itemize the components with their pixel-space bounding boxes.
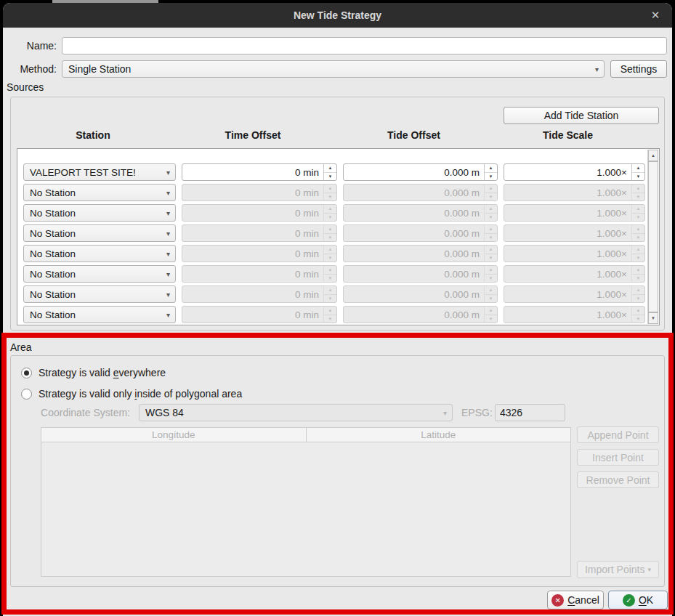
spin-up-icon: ▲ xyxy=(324,246,336,254)
spinner-buttons[interactable]: ▲▼ xyxy=(631,286,644,302)
tide-scale-spinner[interactable]: 1.000× ▲▼ xyxy=(504,204,645,222)
import-points-label: Import Points xyxy=(585,564,644,575)
spinner-buttons[interactable]: ▲▼ xyxy=(323,307,336,323)
time-offset-spinner[interactable]: 0 min ▲▼ xyxy=(182,245,337,262)
spin-up-icon: ▲ xyxy=(324,164,336,173)
radio-polygon-label: Strategy is valid only inside of polygon… xyxy=(39,388,242,400)
spin-up-icon: ▲ xyxy=(324,185,336,193)
spinner-buttons[interactable]: ▲▼ xyxy=(484,205,497,221)
spinner-buttons[interactable]: ▲▼ xyxy=(484,164,497,180)
tide-offset-spinner[interactable]: 0.000 m ▲▼ xyxy=(343,204,498,222)
spinner-buttons[interactable]: ▲▼ xyxy=(631,246,644,262)
method-select[interactable]: Single Station ▾ xyxy=(62,60,605,78)
tide-scale-value: 1.000× xyxy=(597,309,627,320)
name-input[interactable] xyxy=(62,37,667,54)
tide-scale-spinner[interactable]: 1.000× ▲▼ xyxy=(504,184,645,201)
time-offset-value: 0 min xyxy=(295,187,319,198)
spinner-buttons[interactable]: ▲▼ xyxy=(323,286,336,302)
sources-groupbox: Add Tide Station Station Time Offset Tid… xyxy=(10,97,665,331)
spinner-buttons[interactable]: ▲▼ xyxy=(484,225,497,241)
sources-column-headers: Station Time Offset Tide Offset Tide Sca… xyxy=(11,129,664,141)
scrollbar-thumb[interactable] xyxy=(648,161,658,312)
station-select[interactable]: No Station ▾ xyxy=(23,204,176,222)
spinner-buttons[interactable]: ▲▼ xyxy=(484,246,497,262)
tide-scale-spinner[interactable]: 1.000× ▲▼ xyxy=(504,245,645,262)
spinner-buttons[interactable]: ▲▼ xyxy=(484,266,497,282)
station-value: No Station xyxy=(30,248,76,259)
radio-valid-everywhere[interactable]: Strategy is valid everywhere xyxy=(21,366,166,379)
station-select[interactable]: No Station ▾ xyxy=(23,184,176,201)
spinner-buttons[interactable]: ▲▼ xyxy=(323,164,336,180)
tide-offset-spinner[interactable]: 0.000 m ▲▼ xyxy=(343,184,498,201)
ok-icon: ✓ xyxy=(623,594,635,607)
station-select[interactable]: No Station ▾ xyxy=(23,224,176,242)
radio-button-icon[interactable] xyxy=(21,368,32,378)
spinner-buttons[interactable]: ▲▼ xyxy=(631,307,644,323)
tide-scale-value: 1.000× xyxy=(597,167,627,178)
coordinate-system-label: Coordinate System: xyxy=(25,404,130,421)
spinner-buttons[interactable]: ▲▼ xyxy=(323,185,336,200)
chevron-down-icon: ▾ xyxy=(595,61,599,77)
spinner-buttons[interactable]: ▲▼ xyxy=(323,246,336,262)
time-offset-value: 0 min xyxy=(295,208,319,219)
method-value: Single Station xyxy=(68,63,131,75)
spinner-buttons[interactable]: ▲▼ xyxy=(631,185,644,200)
tide-scale-spinner[interactable]: 1.000× ▲▼ xyxy=(504,265,645,283)
spin-down-icon: ▼ xyxy=(632,315,644,323)
spinner-buttons[interactable]: ▲▼ xyxy=(631,225,644,241)
radio-button-icon[interactable] xyxy=(21,389,32,400)
import-points-button: Import Points ▾ xyxy=(577,561,659,578)
station-select[interactable]: No Station ▾ xyxy=(23,285,176,303)
tide-scale-value: 1.000× xyxy=(597,228,627,239)
close-icon[interactable]: ✕ xyxy=(646,3,665,28)
tide-offset-spinner[interactable]: 0.000 m ▲▼ xyxy=(343,265,498,283)
tide-offset-value: 0.000 m xyxy=(444,269,480,280)
chevron-down-icon: ▾ xyxy=(443,405,447,421)
tide-offset-value: 0.000 m xyxy=(444,187,480,198)
station-select[interactable]: No Station ▾ xyxy=(23,306,176,323)
titlebar[interactable]: New Tide Strategy ✕ xyxy=(3,3,672,28)
station-value: No Station xyxy=(30,309,76,320)
tide-offset-spinner[interactable]: 0.000 m ▲▼ xyxy=(343,224,498,242)
tide-offset-spinner[interactable]: 0.000 m ▲▼ xyxy=(343,245,498,262)
station-select[interactable]: VALEPORT TEST SITE! ▾ xyxy=(23,163,176,181)
scroll-up-icon[interactable]: ▲ xyxy=(648,150,658,161)
time-offset-spinner[interactable]: 0 min ▲▼ xyxy=(182,204,337,222)
settings-button[interactable]: Settings xyxy=(610,60,667,78)
spinner-buttons[interactable]: ▲▼ xyxy=(631,266,644,282)
spinner-buttons[interactable]: ▲▼ xyxy=(484,286,497,302)
time-offset-spinner[interactable]: 0 min ▲▼ xyxy=(182,306,337,323)
time-offset-spinner[interactable]: 0 min ▲▼ xyxy=(182,285,337,303)
spinner-buttons[interactable]: ▲▼ xyxy=(631,205,644,221)
tide-offset-spinner[interactable]: 0.000 m ▲▼ xyxy=(343,306,498,323)
tide-scale-spinner[interactable]: 1.000× ▲▼ xyxy=(504,285,645,303)
time-offset-spinner[interactable]: 0 min ▲▼ xyxy=(182,224,337,242)
scroll-down-icon[interactable]: ▼ xyxy=(648,312,658,324)
time-offset-spinner[interactable]: 0 min ▲▼ xyxy=(182,184,337,201)
spinner-buttons[interactable]: ▲▼ xyxy=(484,307,497,323)
time-offset-spinner[interactable]: 0 min ▲▼ xyxy=(182,163,337,181)
spinner-buttons[interactable]: ▲▼ xyxy=(631,164,644,180)
tide-offset-spinner[interactable]: 0.000 m ▲▼ xyxy=(343,163,498,181)
spin-down-icon: ▼ xyxy=(632,275,644,283)
tide-scale-spinner[interactable]: 1.000× ▲▼ xyxy=(504,224,645,242)
spin-down-icon: ▼ xyxy=(632,173,644,181)
tide-scale-spinner[interactable]: 1.000× ▲▼ xyxy=(504,163,645,181)
ok-button[interactable]: ✓ OK xyxy=(608,591,668,609)
add-tide-station-button[interactable]: Add Tide Station xyxy=(504,107,659,124)
spinner-buttons[interactable]: ▲▼ xyxy=(323,225,336,241)
station-select[interactable]: No Station ▾ xyxy=(23,245,176,262)
time-offset-spinner[interactable]: 0 min ▲▼ xyxy=(182,265,337,283)
cancel-button[interactable]: ✕ Cancel xyxy=(547,591,604,609)
spin-down-icon: ▼ xyxy=(324,214,336,222)
insert-point-button: Insert Point xyxy=(577,449,659,466)
spinner-buttons[interactable]: ▲▼ xyxy=(323,205,336,221)
tide-offset-spinner[interactable]: 0.000 m ▲▼ xyxy=(343,285,498,303)
tide-scale-spinner[interactable]: 1.000× ▲▼ xyxy=(504,306,645,323)
spinner-buttons[interactable]: ▲▼ xyxy=(484,185,497,200)
radio-valid-polygon[interactable]: Strategy is valid only inside of polygon… xyxy=(21,387,242,400)
spinner-buttons[interactable]: ▲▼ xyxy=(323,266,336,282)
vertical-scrollbar[interactable]: ▲ ▼ xyxy=(647,150,658,324)
column-header-latitude: Latitude xyxy=(307,428,571,442)
station-select[interactable]: No Station ▾ xyxy=(23,265,176,283)
